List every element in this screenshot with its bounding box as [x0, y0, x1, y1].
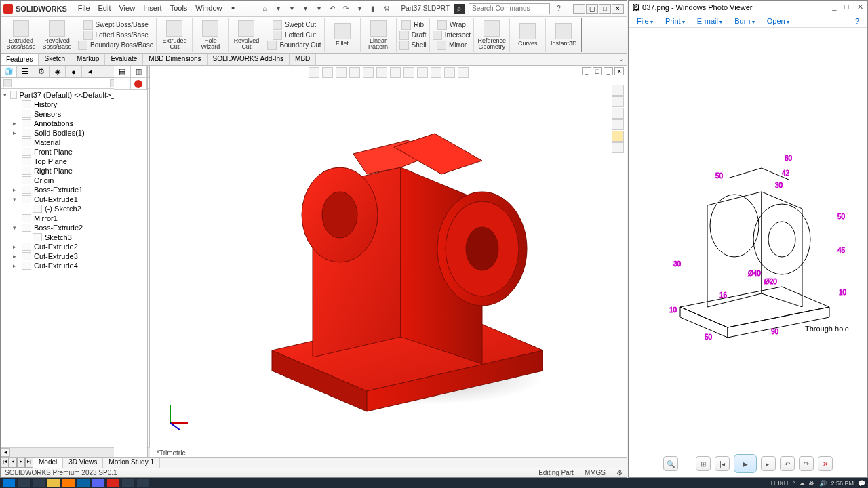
- tray-net-icon[interactable]: 🖧: [809, 480, 815, 487]
- min-button[interactable]: _: [573, 4, 585, 14]
- appearance-swatch-icon[interactable]: [134, 80, 142, 88]
- tab-sketch[interactable]: Sketch: [39, 54, 71, 65]
- status-units[interactable]: MMGS: [585, 469, 606, 476]
- fm-tab-collapse-icon[interactable]: ◂: [82, 66, 98, 77]
- tp-design-icon[interactable]: [612, 108, 624, 119]
- doc-restore-icon[interactable]: ▢: [593, 67, 602, 75]
- tp-appearance-icon[interactable]: [612, 131, 624, 142]
- doc-max-icon[interactable]: _: [604, 67, 613, 75]
- tray-notif-icon[interactable]: 💬: [858, 480, 865, 487]
- hut-prev-icon[interactable]: [336, 67, 347, 78]
- hut-scene-icon[interactable]: [390, 67, 401, 78]
- reference-geometry-button[interactable]: ReferenceGeometry: [477, 20, 507, 50]
- hut-setting-icon[interactable]: [444, 67, 455, 78]
- tb-app2-icon[interactable]: [77, 479, 90, 487]
- instant3d-button[interactable]: Instant3D: [549, 23, 578, 47]
- fillet-button[interactable]: Fillet: [328, 23, 357, 47]
- close-button[interactable]: ✕: [612, 4, 624, 14]
- tb-app3-icon[interactable]: [92, 479, 104, 487]
- intersect-button[interactable]: Intersect: [433, 30, 471, 40]
- pv-max-button[interactable]: □: [844, 3, 849, 12]
- qat-new-icon[interactable]: ▾: [273, 4, 283, 14]
- pv-delete-button[interactable]: ✕: [818, 456, 833, 471]
- tp-view-icon[interactable]: [612, 119, 624, 130]
- linear-pattern-button[interactable]: LinearPattern: [363, 20, 393, 50]
- fm-tab-display-icon[interactable]: ◈: [50, 66, 66, 77]
- hut-hide-icon[interactable]: [417, 67, 428, 78]
- ribbon-collapse-icon[interactable]: ⌄: [618, 55, 624, 62]
- extruded-cut-button[interactable]: ExtrudedCut: [159, 20, 189, 50]
- tp-home-icon[interactable]: [612, 85, 624, 96]
- tab-mbd-dimensions[interactable]: MBD Dimensions: [143, 54, 207, 65]
- tab-addins[interactable]: SOLIDWORKS Add-Ins: [208, 54, 290, 65]
- doc-close-icon[interactable]: ✕: [614, 67, 624, 75]
- wrap-button[interactable]: Wrap: [437, 20, 466, 30]
- tab-evaluate[interactable]: Evaluate: [105, 54, 143, 65]
- qat-save-icon[interactable]: ▾: [300, 4, 310, 14]
- fm-tab-config-icon[interactable]: ⚙: [33, 66, 50, 77]
- qat-help-icon[interactable]: ?: [554, 4, 564, 14]
- pv-close-button[interactable]: ✕: [857, 3, 863, 12]
- pv-menu-print[interactable]: Print: [665, 17, 685, 25]
- restore-button[interactable]: ▢: [586, 4, 598, 14]
- tray-time[interactable]: 2:56 PM: [831, 480, 854, 487]
- qat-home-icon[interactable]: ⌂: [260, 4, 269, 14]
- hut-view-icon[interactable]: [403, 67, 414, 78]
- hut-appear-icon[interactable]: [431, 67, 441, 78]
- hut-extra-icon[interactable]: [458, 67, 469, 78]
- boundary-boss-button[interactable]: Boundary Boss/Base: [78, 41, 153, 50]
- revolved-boss-button[interactable]: RevolvedBoss/Base: [42, 20, 72, 50]
- doc-min-icon[interactable]: _: [582, 67, 591, 75]
- mirror-button[interactable]: Mirror: [437, 41, 467, 50]
- bt-prev-icon[interactable]: ◂: [9, 458, 17, 468]
- search-input[interactable]: [469, 3, 550, 14]
- menu-pin-icon[interactable]: ✶: [230, 4, 236, 13]
- pv-image-area[interactable]: 60 42 30 50 50 45 30 10 10 50 90 16 Ø40 …: [629, 28, 867, 450]
- pv-menu-email[interactable]: E-mail: [697, 17, 722, 25]
- pv-prev-button[interactable]: |◂: [715, 456, 730, 471]
- tb-app1-icon[interactable]: [62, 479, 75, 487]
- hut-section-icon[interactable]: [349, 67, 360, 78]
- pv-zoom-icon[interactable]: 🔍: [663, 456, 678, 471]
- tab-features[interactable]: Features: [1, 54, 39, 65]
- bt-last-icon[interactable]: ▸|: [25, 458, 33, 468]
- bottom-tab-3dviews[interactable]: 3D Views: [63, 458, 103, 468]
- pv-slideshow-button[interactable]: ▶: [734, 454, 757, 473]
- tp-custom-icon[interactable]: [612, 142, 624, 153]
- tb-search-icon[interactable]: [18, 479, 30, 487]
- draft-button[interactable]: Draft: [399, 30, 427, 40]
- start-button[interactable]: [3, 479, 15, 487]
- menu-view[interactable]: View: [119, 4, 135, 13]
- pv-menu-open[interactable]: Open: [767, 17, 789, 25]
- swept-cut-button[interactable]: Swept Cut: [273, 20, 316, 30]
- curves-button[interactable]: Curves: [513, 23, 542, 47]
- tb-explorer-icon[interactable]: [122, 479, 134, 487]
- tp-resources-icon[interactable]: [612, 96, 624, 107]
- pv-menu-burn[interactable]: Burn: [734, 17, 754, 25]
- hut-display-icon[interactable]: [376, 67, 387, 78]
- pv-help-icon[interactable]: ?: [855, 17, 859, 25]
- menu-edit[interactable]: Edit: [98, 4, 111, 13]
- hut-zoom-icon[interactable]: [309, 67, 319, 78]
- bt-next-icon[interactable]: ▸: [17, 458, 25, 468]
- tray-vol-icon[interactable]: 🔊: [819, 480, 827, 487]
- tray-chevron-icon[interactable]: ^: [792, 480, 795, 487]
- extruded-boss-button[interactable]: ExtrudedBoss/Base: [6, 20, 36, 50]
- menu-insert[interactable]: Insert: [143, 4, 162, 13]
- qat-print-icon[interactable]: ▾: [314, 4, 323, 14]
- qat-undo-icon[interactable]: ↶: [328, 4, 337, 14]
- pv-rotate-cw-icon[interactable]: ↷: [799, 456, 814, 471]
- pv-min-button[interactable]: _: [832, 3, 836, 12]
- search-toggle-icon[interactable]: ⌕: [454, 4, 465, 14]
- bt-first-icon[interactable]: |◂: [1, 458, 9, 468]
- menu-window[interactable]: Window: [195, 4, 222, 13]
- filter-funnel-icon[interactable]: [3, 79, 12, 87]
- qat-select-icon[interactable]: ▾: [355, 4, 364, 14]
- tb-app4-icon[interactable]: [137, 479, 149, 487]
- qat-redo-icon[interactable]: ↷: [341, 4, 351, 14]
- fm-tab-appearance-icon[interactable]: ●: [66, 66, 82, 77]
- tb-chrome-icon[interactable]: [47, 479, 60, 487]
- menu-tools[interactable]: Tools: [170, 4, 188, 13]
- qat-options-icon[interactable]: ⚙: [382, 4, 391, 14]
- pv-next-button[interactable]: ▸|: [761, 456, 776, 471]
